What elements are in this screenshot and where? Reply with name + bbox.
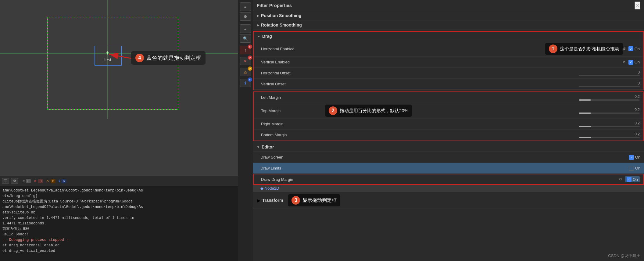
annotation-2: 2 拖动是用百分比的形式，默认20%	[325, 105, 412, 117]
section-position-smoothing[interactable]: ▶ Position Smoothing	[253, 11, 644, 20]
slider-val-top-margin: 0.2	[635, 108, 640, 112]
slider-fill-top-margin	[579, 113, 591, 114]
console-btn-menu[interactable]: ☰	[2, 178, 9, 184]
annotation-badge-2: 2	[329, 106, 337, 115]
badge-8: ≡ 8	[23, 177, 31, 185]
console-panel: ☰ ⚙ ≡ 8 ✕ 0 ⚠ 0 ℹ 6 ame\GodotNet_LegendO…	[0, 176, 238, 261]
cb-icon-draw-screen: ✓	[629, 155, 634, 160]
drag-section-outline: ▼ Drag Horizontal Enabled 1 这个是是否判断相机能否拖…	[253, 31, 644, 90]
slider-top-margin[interactable]: 0.2	[411, 108, 640, 114]
node2d-row: ◆ Node2D	[253, 185, 644, 192]
strip-badge-blue: ℹ 6	[240, 79, 251, 87]
section-drag[interactable]: ▼ Drag	[254, 32, 643, 41]
prop-value-text-draw-screen: On	[635, 155, 640, 159]
properties-list: ▶ Position Smoothing ▶ Rotation Smoothin…	[253, 11, 644, 261]
strip-badge-warning: ! 8	[240, 46, 251, 54]
prop-row-draw-limits: Draw Limits On	[253, 163, 644, 174]
prop-value-draw-drag-margin: ↺ ✓ On	[322, 176, 640, 182]
slider-val-right-margin: 0.2	[635, 121, 640, 125]
strip-btn-3[interactable]: ≡	[240, 24, 251, 33]
checkbox-vertical-enabled[interactable]: ✓ On	[628, 60, 640, 65]
prop-name-draw-limits: Draw Limits	[260, 166, 321, 170]
strip-btn-4[interactable]: 🔍	[240, 34, 251, 43]
prop-value-horizontal-enabled: 1 这个是是否判断相机能否拖动 ↺ ✓ On	[322, 43, 640, 55]
character-icon: ✦	[104, 49, 111, 57]
prop-row-draw-screen: Draw Screen ✓ On	[253, 152, 644, 163]
annotation-bubble-4: 4 蓝色的就是拖动判定框	[131, 51, 206, 65]
prop-value-draw-limits: On	[321, 166, 640, 171]
slider-fill-left-margin	[579, 99, 591, 101]
slider-track-bottom-margin[interactable]	[579, 137, 640, 138]
slider-fill-right-margin	[579, 126, 591, 127]
slider-vertical-offset[interactable]: 0	[322, 81, 640, 87]
annotation-text-1: 这个是是否判断相机能否拖动	[560, 46, 619, 52]
annotation-text-3: 显示拖动判定框	[302, 197, 337, 204]
slider-bottom-margin[interactable]: 0.2	[322, 132, 640, 138]
strip-btn-1[interactable]: ≡	[240, 2, 251, 11]
strip-badge-red: ✕ 0	[240, 57, 251, 65]
cb-icon-draw-limits	[629, 166, 634, 171]
cb-icon-draw-drag-margin: ✓	[627, 177, 631, 182]
prop-name-vertical-enabled: Vertical Enabled	[261, 60, 322, 64]
ddm-on-container[interactable]: ✓ On	[625, 176, 640, 182]
slider-track-horizontal-offset[interactable]	[579, 75, 640, 76]
prop-name-horizontal-enabled: Horizontal Enabled	[261, 47, 322, 51]
strip-badge-yellow: ⚠ 0	[240, 68, 251, 76]
prop-value-vertical-enabled: ↺ ✓ On	[322, 60, 640, 65]
chevron-transform: ▶	[257, 198, 260, 203]
prop-row-top-margin: Top Margin 2 拖动是用百分比的形式，默认20% 0.2	[254, 103, 643, 119]
checkbox-draw-screen[interactable]: ✓ On	[629, 155, 640, 160]
section-label-drag: Drag	[262, 34, 272, 39]
annotation-badge-3: 3	[292, 196, 300, 205]
slider-right-margin[interactable]: 0.2	[322, 121, 640, 127]
node2d-label: ◆ Node2D	[260, 186, 279, 191]
slider-track-left-margin[interactable]	[579, 99, 640, 101]
slider-track-vertical-offset[interactable]	[579, 86, 640, 87]
annotation-1: 1 这个是是否判断相机能否拖动	[545, 43, 623, 55]
checkbox-horizontal-enabled[interactable]: ✓ On	[628, 46, 640, 51]
slider-val-left-margin: 0.2	[635, 95, 640, 99]
annotation-badge-1: 1	[549, 45, 557, 53]
prop-row-right-margin: Right Margin 0.2	[254, 119, 643, 130]
reset-vertical-enabled[interactable]: ↺	[622, 60, 627, 65]
section-editor[interactable]: ▼ Editor	[253, 142, 644, 152]
slider-track-top-margin[interactable]	[579, 113, 640, 114]
strip-btn-2[interactable]: ⚙	[240, 12, 251, 21]
slider-val-bottom-margin: 0.2	[635, 132, 640, 136]
chevron-rotation-smoothing: ▶	[257, 23, 259, 27]
badge-red-0: ✕ 0	[34, 177, 43, 185]
prop-value-horizontal-offset: 0	[322, 70, 640, 76]
slider-val-horizontal-offset: 0	[638, 70, 640, 74]
prop-value-top-margin: 2 拖动是用百分比的形式，默认20% 0.2	[322, 105, 640, 117]
prop-value-bottom-margin: 0.2	[322, 132, 640, 138]
badge-yellow-0: ⚠ 0	[46, 177, 55, 185]
reset-draw-drag-margin[interactable]: ↺	[618, 177, 623, 182]
prop-row-vertical-enabled: Vertical Enabled ↺ ✓ On	[254, 57, 643, 68]
slider-horizontal-offset[interactable]: 0	[322, 70, 640, 76]
prop-value-text-draw-drag-margin: On	[633, 177, 638, 182]
transform-annotation: 3 显示拖动判定框	[288, 194, 340, 206]
section-label-position-smoothing: Position Smoothing	[261, 13, 301, 18]
prop-name-top-margin: Top Margin	[261, 109, 322, 113]
section-rotation-smoothing[interactable]: ▶ Rotation Smoothing	[253, 20, 644, 30]
close-button[interactable]: ✕	[635, 2, 640, 9]
prop-value-text-horizontal-enabled: On	[635, 47, 640, 51]
prop-value-right-margin: 0.2	[322, 121, 640, 127]
prop-name-horizontal-offset: Horizontal Offset	[261, 71, 322, 75]
prop-value-draw-screen: ✓ On	[321, 155, 640, 160]
annotation-3: 3 显示拖动判定框	[288, 194, 340, 206]
console-btn-filter[interactable]: ⚙	[11, 178, 18, 184]
prop-value-text-vertical-enabled: On	[635, 60, 640, 64]
prop-row-horizontal-enabled: Horizontal Enabled 1 这个是是否判断相机能否拖动 ↺ ✓ O…	[254, 41, 643, 57]
prop-name-draw-drag-margin: Draw Drag Margin	[261, 177, 322, 182]
checkbox-draw-limits[interactable]: On	[629, 166, 640, 171]
slider-left-margin[interactable]: 0.2	[322, 95, 640, 101]
right-panel: Filter Properties ✕ ▶ Position Smoothing…	[253, 0, 644, 261]
annotation-text-2: 拖动是用百分比的形式，默认20%	[340, 108, 408, 114]
transform-row[interactable]: ▶ Transform 3 显示拖动判定框	[253, 192, 644, 209]
slider-track-right-margin[interactable]	[579, 126, 640, 127]
margin-section-outline: Left Margin 0.2 Top Margin	[253, 91, 644, 141]
prop-row-left-margin: Left Margin 0.2	[254, 92, 643, 103]
slider-val-vertical-offset: 0	[638, 81, 640, 85]
cb-icon-vertical-enabled: ✓	[628, 60, 633, 65]
